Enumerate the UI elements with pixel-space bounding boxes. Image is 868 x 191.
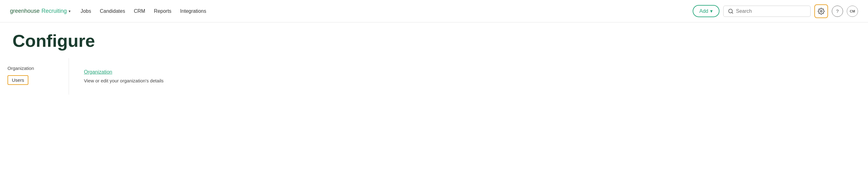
- logo-chevron-down-icon[interactable]: ▾: [69, 9, 70, 13]
- content-body: Organization Users Organization View or …: [0, 58, 868, 95]
- nav-item-jobs[interactable]: Jobs: [81, 8, 91, 14]
- logo[interactable]: greenhouse Recruiting ▾: [10, 8, 70, 14]
- sidebar-section-organization: Organization: [7, 66, 61, 71]
- add-button-label: Add: [700, 8, 708, 14]
- add-button-chevron-icon: ▾: [710, 8, 713, 14]
- help-icon: ?: [836, 8, 839, 14]
- header-right: Add ▾ ? CM: [693, 4, 858, 18]
- avatar-initials: CM: [849, 9, 855, 13]
- main-panel: Organization View or edit your organizat…: [69, 58, 868, 95]
- gear-button[interactable]: [814, 4, 828, 18]
- organization-description: View or edit your organization's details: [84, 78, 853, 83]
- logo-name-teal: Recruiting: [41, 8, 67, 14]
- search-icon: [728, 8, 734, 14]
- svg-point-2: [820, 10, 822, 12]
- logo-name-dark: greenhouse: [10, 8, 40, 14]
- help-button[interactable]: ?: [832, 6, 843, 17]
- svg-line-1: [732, 12, 733, 13]
- organization-link[interactable]: Organization: [84, 69, 853, 75]
- sidebar: Organization Users: [0, 58, 69, 95]
- nav-item-reports[interactable]: Reports: [154, 8, 171, 14]
- search-input[interactable]: [736, 8, 806, 14]
- page-title-area: Configure: [0, 23, 868, 58]
- sidebar-item-users[interactable]: Users: [7, 75, 28, 85]
- avatar[interactable]: CM: [847, 6, 858, 17]
- main-nav: Jobs Candidates CRM Reports Integrations: [81, 8, 682, 14]
- nav-item-crm[interactable]: CRM: [134, 8, 145, 14]
- nav-item-candidates[interactable]: Candidates: [100, 8, 125, 14]
- add-button[interactable]: Add ▾: [693, 5, 719, 17]
- page-title: Configure: [12, 31, 856, 51]
- header: greenhouse Recruiting ▾ Jobs Candidates …: [0, 0, 868, 23]
- gear-icon: [818, 8, 825, 15]
- search-bar: [723, 6, 811, 17]
- main-content: Configure Organization Users Organizatio…: [0, 23, 868, 95]
- nav-item-integrations[interactable]: Integrations: [180, 8, 206, 14]
